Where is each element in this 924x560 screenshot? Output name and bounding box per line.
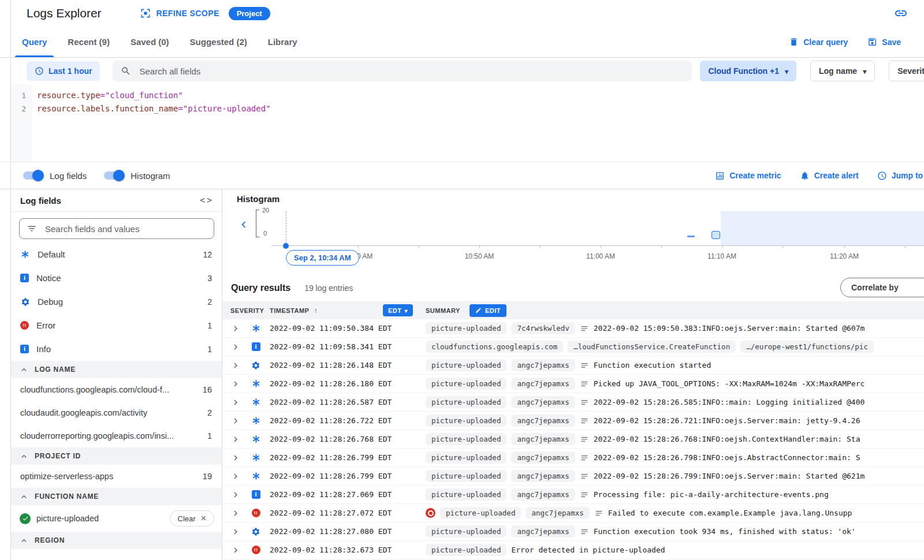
correlate-button[interactable]: Correlate by <box>840 278 924 297</box>
summary-chip[interactable]: picture-uploaded <box>426 525 506 537</box>
search-input[interactable] <box>138 66 684 77</box>
severity-filter-item[interactable]: Default 12 <box>10 242 222 266</box>
tab[interactable]: Saved (0) <box>120 27 180 57</box>
section-log-name[interactable]: LOG NAME <box>10 361 222 378</box>
filter-chip[interactable]: Cloud Function +1 <box>700 61 796 81</box>
expand-row-icon[interactable] <box>222 379 242 389</box>
log-entry-row[interactable]: 2022-09-02 11:28:26.799 EDT picture-uplo… <box>222 449 924 467</box>
log-entry-row[interactable]: 2022-09-02 11:09:58.341 EDT cloudfunctio… <box>222 338 924 356</box>
summary-chip[interactable]: picture-uploaded <box>426 544 506 556</box>
log-entry-row[interactable]: 2022-09-02 11:09:50.384 EDT picture-uplo… <box>222 319 924 338</box>
filter-chip[interactable]: Log name <box>810 61 875 81</box>
project-id-item[interactable]: optimize-serverless-apps 19 <box>10 465 222 488</box>
jump-to-now-button[interactable]: Jump to now <box>877 171 924 181</box>
summary-chip[interactable]: …loudFunctionsService.CreateFunction <box>568 341 736 353</box>
log-entry-row[interactable]: 2022-09-02 11:28:26.148 EDT picture-uplo… <box>222 356 924 375</box>
expand-row-icon[interactable] <box>222 508 242 518</box>
edit-summary-button[interactable]: EDIT <box>470 304 506 317</box>
function-name-selected[interactable]: picture-uploaded Clear <box>10 505 222 532</box>
expand-row-icon[interactable] <box>222 360 242 371</box>
expand-row-icon[interactable] <box>222 434 242 445</box>
summary-chip[interactable]: picture-uploaded <box>426 415 506 427</box>
summary-chip[interactable]: angc7jepamxs <box>511 525 575 537</box>
severity-filter-item[interactable]: Notice 3 <box>10 266 222 290</box>
summary-chip[interactable]: angc7jepamxs <box>511 396 575 408</box>
log-fields-toggle[interactable] <box>23 171 43 180</box>
expand-row-icon[interactable] <box>222 323 242 334</box>
share-link-icon[interactable] <box>894 6 908 20</box>
fields-search-input[interactable] <box>44 223 207 234</box>
log-entry-row[interactable]: 2022-09-02 11:28:27.080 EDT picture-uplo… <box>222 522 924 541</box>
column-timestamp[interactable]: TIMESTAMP <box>270 307 309 314</box>
log-name-item[interactable]: cloudfunctions.googleapis.com/cloud-f...… <box>10 378 222 401</box>
expand-row-icon[interactable] <box>222 545 242 555</box>
fields-search[interactable] <box>19 218 214 239</box>
editor-line[interactable]: 2 resource.labels.function_name="picture… <box>10 102 924 115</box>
create-metric-button[interactable]: Create metric <box>715 171 781 181</box>
log-entry-row[interactable]: 2022-09-02 11:28:26.799 EDT picture-uplo… <box>222 467 924 486</box>
log-name-item[interactable]: clouderrorreporting.googleapis.com/insi.… <box>10 424 222 447</box>
section-project-id[interactable]: PROJECT ID <box>10 447 222 465</box>
filter-chip[interactable]: Severity <box>889 61 924 81</box>
time-range-button[interactable]: Last 1 hour <box>27 61 100 81</box>
expand-row-icon[interactable] <box>222 490 242 500</box>
section-region[interactable]: REGION <box>10 532 222 549</box>
summary-chip[interactable]: angc7jepamxs <box>511 488 575 501</box>
refine-scope-button[interactable]: REFINE SCOPE <box>140 8 219 19</box>
sort-ascending-icon[interactable] <box>314 306 318 315</box>
summary-chip[interactable]: 7c4rwskwledv <box>511 322 575 334</box>
log-entry-row[interactable]: 2022-09-02 11:28:26.722 EDT picture-uplo… <box>222 412 924 430</box>
summary-chip[interactable]: picture-uploaded <box>426 359 506 371</box>
clear-filter-button[interactable]: Clear <box>170 510 214 527</box>
histogram-scroll-left-icon[interactable] <box>237 218 250 231</box>
log-name-item[interactable]: cloudaudit.googleapis.com/activity 2 <box>10 401 222 424</box>
editor-line[interactable]: 1 resource.type="cloud_function" <box>10 89 924 102</box>
expand-row-icon[interactable] <box>222 416 242 426</box>
tab[interactable]: Suggested (2) <box>180 27 258 57</box>
expand-row-icon[interactable] <box>222 453 242 463</box>
log-entry-row[interactable]: 2022-09-02 11:28:27.069 EDT picture-uplo… <box>222 486 924 504</box>
clear-query-button[interactable]: Clear query <box>789 37 848 47</box>
summary-chip[interactable]: picture-uploaded <box>426 451 506 464</box>
summary-chip[interactable]: angc7jepamxs <box>511 470 575 482</box>
summary-chip[interactable]: angc7jepamxs <box>511 451 575 464</box>
histogram-toggle[interactable] <box>104 171 124 180</box>
expand-row-icon[interactable] <box>222 471 242 481</box>
summary-chip[interactable]: angc7jepamxs <box>511 378 575 390</box>
summary-chip[interactable]: picture-uploaded <box>426 433 506 445</box>
summary-chip[interactable]: angc7jepamxs <box>526 507 589 519</box>
tab[interactable]: Recent (9) <box>57 27 120 57</box>
summary-chip[interactable]: angc7jepamxs <box>511 415 575 427</box>
severity-filter-item[interactable]: Error 1 <box>10 313 222 337</box>
log-entry-row[interactable]: 2022-09-02 11:28:26.768 EDT picture-uplo… <box>222 430 924 449</box>
section-function-name[interactable]: FUNCTION NAME <box>10 488 222 505</box>
query-editor[interactable]: 1 resource.type="cloud_function" 2 resou… <box>0 84 924 162</box>
log-entry-row[interactable]: 2022-09-02 11:28:32.673 EDT picture-uplo… <box>222 541 924 559</box>
summary-chip[interactable]: picture-uploaded <box>426 378 506 390</box>
expand-row-icon[interactable] <box>222 342 242 352</box>
histogram-selected-range[interactable] <box>721 211 924 245</box>
summary-chip[interactable]: angc7jepamxs <box>511 359 575 371</box>
summary-chip[interactable]: picture-uploaded <box>426 488 506 501</box>
create-alert-button[interactable]: Create alert <box>800 171 859 181</box>
scope-project-badge[interactable]: Project <box>229 7 270 20</box>
search-all-fields[interactable] <box>113 61 692 81</box>
summary-chip[interactable]: picture-uploaded <box>426 470 506 482</box>
log-entry-row[interactable]: 2022-09-02 11:28:26.587 EDT picture-uplo… <box>222 393 924 412</box>
collapse-panel-icon[interactable] <box>200 195 214 206</box>
tab[interactable]: Query <box>12 27 57 57</box>
summary-chip[interactable]: …/europe-west1/functions/pic <box>740 341 874 353</box>
summary-chip[interactable]: picture-uploaded <box>440 507 521 519</box>
expand-row-icon[interactable] <box>222 527 242 537</box>
summary-chip[interactable]: picture-uploaded <box>426 396 506 408</box>
log-entry-row[interactable]: 2022-09-02 11:28:26.180 EDT picture-uplo… <box>222 375 924 393</box>
summary-chip[interactable]: angc7jepamxs <box>511 433 575 445</box>
timezone-chip[interactable]: EDT <box>383 304 413 316</box>
summary-chip[interactable]: cloudfunctions.googleapis.com <box>426 341 563 353</box>
severity-filter-item[interactable]: Debug 2 <box>10 290 222 313</box>
summary-chip[interactable]: picture-uploaded <box>426 322 506 334</box>
severity-filter-item[interactable]: Info 1 <box>10 337 222 361</box>
tab[interactable]: Library <box>258 27 308 57</box>
expand-row-icon[interactable] <box>222 397 242 408</box>
log-entry-row[interactable]: 2022-09-02 11:28:27.072 EDT picture-uplo… <box>222 504 924 522</box>
